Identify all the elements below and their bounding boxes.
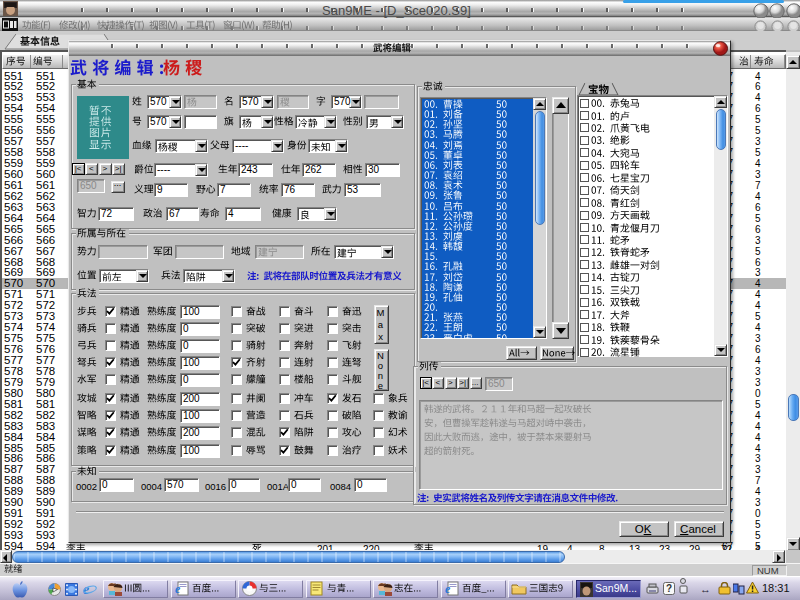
- svg-text:e: e: [445, 582, 451, 596]
- svg-text:e: e: [175, 582, 181, 596]
- svg-text:?: ?: [666, 583, 672, 594]
